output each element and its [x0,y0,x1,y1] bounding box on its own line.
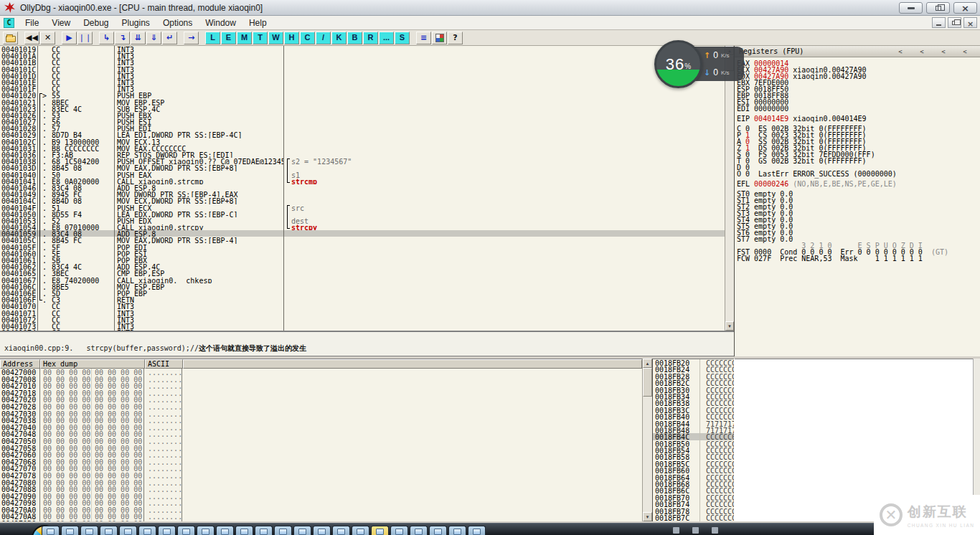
disasm-row[interactable]: 00401072CCINT3 [0,316,725,323]
dump-row[interactable]: 0042700000 00 00 0000 00 00 00........ [0,369,642,376]
mdi-close-button[interactable] [963,17,977,28]
disasm-row[interactable]: 0040105C.8B45 FCMOV EAX,DWORD PTR SS:[EB… [0,237,725,243]
stack-row[interactable]: 0018FB3CCCCCCCCC [653,407,734,413]
taskbar-button[interactable] [390,526,408,535]
disasm-row[interactable]: 00401070CCINT3 [0,303,725,309]
register-line[interactable]: O 0 LastErr ERROR_SUCCESS (00000000) [737,170,980,176]
stack-row[interactable]: 0018FB24CCCCCCCC [653,366,734,372]
disasm-row[interactable]: 0040103D.8B45 08MOV EAX,DWORD PTR SS:[EB… [0,164,725,171]
stack-row[interactable]: 0018FB60CCCCCCCC [653,467,734,473]
disasm-row[interactable]: 00401073CCINT3 [0,323,725,329]
taskbar-button[interactable] [61,526,79,535]
register-line[interactable]: EDX 00427A90 xiaoqin0.00427A90 [737,72,980,79]
scroll-up-button[interactable]: ▲ [643,359,652,368]
taskbar-button[interactable] [197,526,215,535]
disasm-row[interactable]: 00401071CCINT3 [0,310,725,316]
taskbar-button[interactable] [293,526,311,535]
menu-item-help[interactable]: Help [242,16,273,29]
register-line[interactable]: ST1 empty 0.0 [737,197,980,203]
register-line[interactable]: ST4 empty 0.0 [737,216,980,222]
disasm-row[interactable]: 00401059.83C4 08ADD ESP,8 [0,230,725,237]
stack-row[interactable]: 0018FB4CCCCCCC00 [653,433,734,440]
register-line[interactable]: Z 1 DS 002B 32bit 0(FFFFFFFF) [737,144,980,151]
disasm-row[interactable]: 00401049.8945 FCMOV DWORD PTR SS:[EBP-4]… [0,191,725,197]
menu-item-options[interactable]: Options [156,16,199,29]
disasm-row[interactable]: 00401019CCINT3 [0,46,725,52]
cpu-window-icon[interactable]: C [4,18,14,28]
disasm-row[interactable]: 00401028.57PUSH EDI [0,125,725,131]
dump-row[interactable]: 0042709000 00 00 0000 00 00 00........ [0,493,642,500]
close-program-button[interactable]: ✕ [40,32,55,44]
view-memory-button[interactable]: M [237,32,252,44]
taskbar-button[interactable] [429,526,447,535]
stack-row[interactable]: 0018FB70CCCCCCCC [653,494,734,501]
register-line[interactable]: EIP 004014E9 xiaoqin0.004014E9 [737,115,980,121]
register-line[interactable]: 3 2 1 0 E S P U O Z D I [737,242,980,248]
dump-row[interactable]: 0042704800 00 00 0000 00 00 00........ [0,430,642,437]
dump-row[interactable]: 0042704000 00 00 0000 00 00 00........ [0,424,642,431]
animate-into-button[interactable]: ⇊ [131,32,146,44]
disasm-row[interactable]: 00401062.83C4 4CADD ESP,4C [0,263,725,270]
dump-row[interactable]: 004270A000 00 00 0000 00 00 00........ [0,506,642,513]
disasm-row[interactable]: 00401036.F3:ABREP STOS DWORD PTR ES:[EDI… [0,151,725,158]
minimize-button[interactable] [899,2,923,14]
disasm-row[interactable]: 00401029.8D7D B4LEA EDI,DWORD PTR SS:[EB… [0,131,725,138]
view-windows-button[interactable]: W [268,32,283,44]
dump-row[interactable]: 004270A800 00 00 0000 00 00 00........ [0,513,642,520]
taskbar-button[interactable] [138,526,156,535]
register-line[interactable]: ST5 empty 0.0 [737,222,980,229]
taskbar-button[interactable] [371,526,389,535]
dump-row[interactable]: 0042700800 00 00 0000 00 00 00........ [0,376,642,383]
stack-row[interactable]: 0018FB78CCCCCCCC [653,508,734,514]
register-line[interactable]: P 1 CS 0023 32bit 0(FFFFFFFF) [737,131,980,138]
step-into-button[interactable]: ↳ [99,32,114,44]
disasm-row[interactable]: 00401031.B8 CCCCCCCCMOV EAX,CCCCCCCC [0,145,725,151]
disasm-row[interactable]: 0040101DCCINT3 [0,72,725,79]
animate-over-button[interactable]: ⇓ [146,32,161,44]
disassembly-scrollbar[interactable]: ▲ ▼ [725,46,734,331]
disasm-row[interactable]: 00401023.83EC 4CSUB ESP,4C [0,105,725,112]
taskbar-button[interactable] [468,526,486,535]
disasm-row[interactable]: 0040106C.8BE5MOV ESP,EBP [0,283,725,290]
dump-row[interactable]: 0042708800 00 00 0000 00 00 00........ [0,486,642,493]
stack-row[interactable]: 0018FB64CCCCCCCC [653,474,734,480]
go-to-address-button[interactable]: → [184,32,199,44]
mdi-minimize-button[interactable] [932,17,946,28]
stack-row[interactable]: 0018FB34CCCCCCCC [653,393,734,399]
dump-row[interactable]: 0042702000 00 00 0000 00 00 00........ [0,396,642,403]
register-line[interactable]: FST 0000 Cond 0 0 0 0 Err 0 0 0 0 0 0 0 … [737,248,980,255]
pause-button[interactable]: ❘❘ [77,32,93,44]
disasm-row[interactable]: 00401046.83C4 08ADD ESP,8 [0,184,725,191]
dump-row[interactable]: 0042702800 00 00 0000 00 00 00........ [0,403,642,410]
stack-row[interactable]: 0018FB30CCCCCCCC [653,387,734,393]
dump-row[interactable]: 0042705000 00 00 0000 00 00 00........ [0,437,642,445]
stack-row[interactable]: 0018FB68CCCCCCCC [653,480,734,487]
disasm-row[interactable]: 00401041.E8 0A020000CALL xiaoqin0.strcmp… [0,178,725,184]
stack-row[interactable]: 0018FB74CCCCCCCC [653,501,734,507]
view-call-stack-button[interactable]: K [331,32,347,44]
disasm-row[interactable]: 00401067.E8 74020000CALL xiaoqin0.__chke… [0,277,725,283]
register-line[interactable]: T 0 GS 002B 32bit 0(FFFFFFFF) [737,157,980,164]
menu-item-plugins[interactable]: Plugins [116,16,156,29]
tray-icon[interactable] [692,527,699,534]
dump-rows[interactable]: 0042700000 00 00 0000 00 00 00........00… [0,369,642,521]
register-line[interactable]: ST2 empty 0.0 [737,203,980,209]
dump-header-address[interactable]: Address [0,359,40,369]
disasm-row[interactable]: 0040104F.51PUSH ECXsrc [0,204,725,211]
stack-row[interactable]: 0018FB2CCCCCCCCC [653,379,734,386]
dump-row[interactable]: 0042701000 00 00 0000 00 00 00........ [0,382,642,389]
disasm-row[interactable]: 0040101ECCINT3 [0,79,725,85]
register-line[interactable]: EAX 00000014 [737,60,980,66]
stack-row[interactable]: 0018FB38CCCCCCCC [653,399,734,406]
disasm-row[interactable]: 0040101FCCINT3 [0,85,725,92]
collapse-arrow-button[interactable]: < [933,48,954,55]
taskbar-button[interactable] [119,526,137,535]
taskbar-button[interactable] [80,526,98,535]
register-line[interactable]: EBP 0018FF88 [737,92,980,98]
stack-row[interactable]: 0018FB4471717171 [653,420,734,427]
stack-row[interactable]: 0018FB54CCCCCCCC [653,447,734,453]
scroll-down-button[interactable]: ▼ [643,512,652,521]
stack-row[interactable]: 0018FB4871717171 [653,427,734,433]
register-line[interactable]: ESI 00000000 [737,98,980,105]
disasm-row[interactable]: 0040101CCCINT3 [0,66,725,72]
